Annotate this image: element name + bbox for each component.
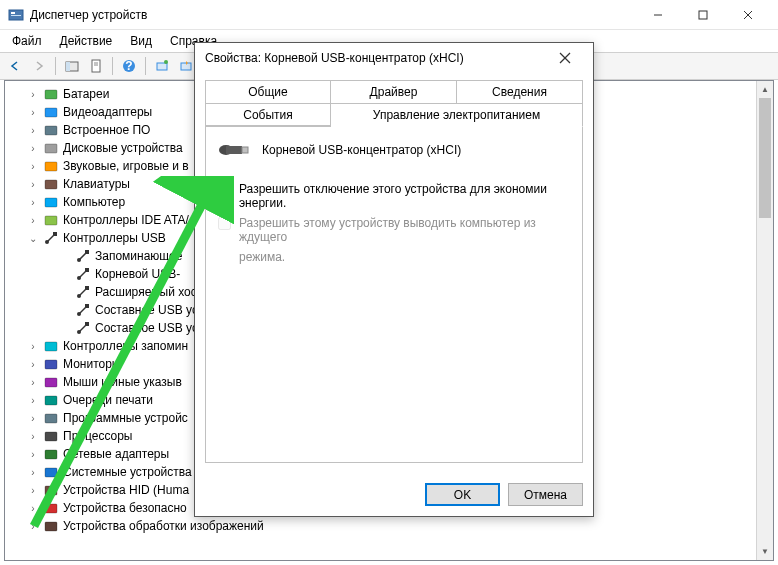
- tree-node-label: Корневой USB-: [95, 267, 180, 281]
- close-button[interactable]: [725, 1, 770, 29]
- device-icon: [75, 248, 91, 264]
- expander-icon[interactable]: ›: [27, 196, 39, 208]
- svg-text:?: ?: [125, 59, 132, 73]
- svg-rect-48: [45, 432, 57, 441]
- expander-icon[interactable]: ›: [27, 340, 39, 352]
- device-icon: [43, 104, 59, 120]
- svg-rect-45: [45, 378, 57, 387]
- device-icon: [43, 86, 59, 102]
- expander-icon[interactable]: ›: [27, 376, 39, 388]
- cancel-button[interactable]: Отмена: [508, 483, 583, 506]
- forward-button[interactable]: [28, 55, 50, 77]
- expander-icon[interactable]: ›: [27, 502, 39, 514]
- menu-view[interactable]: Вид: [122, 32, 160, 50]
- dialog-titlebar[interactable]: Свойства: Корневой USB-концентратор (xHC…: [195, 43, 593, 73]
- properties-button[interactable]: [85, 55, 107, 77]
- expander-icon[interactable]: ›: [27, 520, 39, 532]
- dialog-close-button[interactable]: [547, 44, 583, 72]
- minimize-button[interactable]: [635, 1, 680, 29]
- scan-hardware-button[interactable]: [151, 55, 173, 77]
- tree-node-label: Видеоадаптеры: [63, 105, 152, 119]
- device-icon: [75, 284, 91, 300]
- dialog-button-bar: OK Отмена: [195, 473, 593, 516]
- svg-rect-44: [45, 360, 57, 369]
- help-button[interactable]: ?: [118, 55, 140, 77]
- expander-icon[interactable]: ⌄: [27, 232, 39, 244]
- tab-events[interactable]: События: [205, 104, 331, 127]
- tree-node[interactable]: ›Устройства обработки изображений: [7, 517, 771, 535]
- expander-icon[interactable]: ›: [27, 88, 39, 100]
- svg-rect-19: [45, 126, 57, 135]
- show-hide-console-button[interactable]: [61, 55, 83, 77]
- device-icon: [75, 320, 91, 336]
- properties-dialog: Свойства: Корневой USB-концентратор (xHC…: [194, 42, 594, 517]
- expander-icon[interactable]: ›: [27, 448, 39, 460]
- app-icon: [8, 7, 24, 23]
- tab-driver[interactable]: Драйвер: [331, 80, 457, 104]
- expander-icon[interactable]: ›: [27, 106, 39, 118]
- device-icon: [43, 356, 59, 372]
- tree-node-label: Контроллеры запомин: [63, 339, 188, 353]
- expander-icon: [59, 286, 71, 298]
- expander-icon[interactable]: ›: [27, 412, 39, 424]
- expander-icon[interactable]: ›: [27, 358, 39, 370]
- device-icon: [75, 266, 91, 282]
- expander-icon: [59, 268, 71, 280]
- expander-icon[interactable]: ›: [27, 160, 39, 172]
- expander-icon[interactable]: ›: [27, 178, 39, 190]
- device-icon: [43, 338, 59, 354]
- titlebar: Диспетчер устройств: [0, 0, 778, 30]
- device-icon: [43, 212, 59, 228]
- tree-node-label: Мониторы: [63, 357, 120, 371]
- expander-icon[interactable]: ›: [27, 484, 39, 496]
- tree-node-label: Составное USB устр: [95, 303, 210, 317]
- allow-turn-off-checkbox-row[interactable]: Разрешить отключение этого устройства дл…: [218, 182, 570, 210]
- tab-general[interactable]: Общие: [205, 80, 331, 104]
- expander-icon[interactable]: ›: [27, 466, 39, 478]
- device-name: Корневой USB-концентратор (xHCI): [262, 143, 461, 157]
- maximize-button[interactable]: [680, 1, 725, 29]
- allow-wake-label-line1: Разрешить этому устройству выводить комп…: [239, 216, 570, 244]
- allow-turn-off-label: Разрешить отключение этого устройства дл…: [239, 182, 570, 210]
- device-icon: [43, 482, 59, 498]
- scroll-down-button[interactable]: ▼: [757, 543, 773, 560]
- tab-row-2: События Управление электропитанием: [205, 103, 583, 126]
- device-icon: [43, 158, 59, 174]
- device-icon: [43, 410, 59, 426]
- device-header: Корневой USB-концентратор (xHCI): [218, 140, 570, 160]
- dialog-title: Свойства: Корневой USB-концентратор (xHC…: [205, 51, 547, 65]
- svg-rect-36: [85, 286, 89, 290]
- expander-icon[interactable]: ›: [27, 124, 39, 136]
- tree-node-label: Составное USB устр: [95, 321, 210, 335]
- vertical-scrollbar[interactable]: ▲ ▼: [756, 81, 773, 560]
- allow-turn-off-checkbox[interactable]: [218, 183, 231, 196]
- window-controls: [635, 1, 770, 29]
- expander-icon[interactable]: ›: [27, 142, 39, 154]
- device-icon: [75, 302, 91, 318]
- svg-rect-46: [45, 396, 57, 405]
- tab-power-management[interactable]: Управление электропитанием: [331, 104, 583, 127]
- tree-node-label: Запоминающее: [95, 249, 182, 263]
- device-icon: [43, 230, 59, 246]
- menu-file[interactable]: Файл: [4, 32, 50, 50]
- dialog-body: Общие Драйвер Сведения События Управлени…: [195, 73, 593, 473]
- expander-icon: [59, 304, 71, 316]
- tree-node-label: Дисковые устройства: [63, 141, 183, 155]
- svg-rect-52: [45, 504, 57, 513]
- scroll-up-button[interactable]: ▲: [757, 81, 773, 98]
- scroll-thumb[interactable]: [759, 98, 771, 218]
- expander-icon[interactable]: ›: [27, 394, 39, 406]
- expander-icon[interactable]: ›: [27, 214, 39, 226]
- back-button[interactable]: [4, 55, 26, 77]
- svg-rect-2: [11, 15, 21, 16]
- tree-node-label: Устройства HID (Huma: [63, 483, 189, 497]
- svg-rect-51: [45, 486, 57, 495]
- tree-node-label: Звуковые, игровые и в: [63, 159, 189, 173]
- device-icon: [43, 194, 59, 210]
- device-icon: [43, 374, 59, 390]
- device-icon: [43, 140, 59, 156]
- expander-icon[interactable]: ›: [27, 430, 39, 442]
- ok-button[interactable]: OK: [425, 483, 500, 506]
- tab-details[interactable]: Сведения: [457, 80, 583, 104]
- menu-action[interactable]: Действие: [52, 32, 121, 50]
